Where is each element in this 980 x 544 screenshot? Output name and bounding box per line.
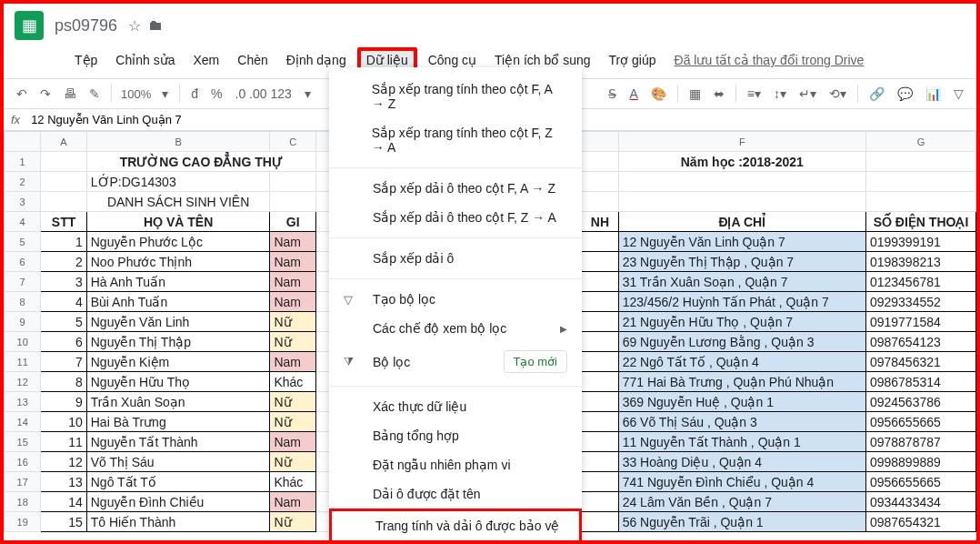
cell-stt[interactable]: 14 — [41, 492, 86, 512]
cell-stt[interactable]: 3 — [41, 272, 86, 292]
cell-phone[interactable]: 0986785314 — [865, 372, 975, 392]
cell-addr[interactable]: 22 Ngô Tất Tố , Quận 4 — [618, 352, 865, 372]
cell-phone[interactable]: 0919771584 — [865, 312, 975, 332]
menu-protect-sheets[interactable]: Trang tính và dải ô được bảo vệ — [329, 509, 582, 543]
cell-nh[interactable] — [582, 452, 618, 472]
menu-sort-range-az[interactable]: Sắp xếp dải ô theo cột F, A → Z — [329, 174, 582, 203]
merge-icon[interactable]: ⬌ — [708, 83, 730, 105]
cell-name[interactable]: Nguyễn Đình Chiều — [86, 492, 270, 512]
text-color-icon[interactable]: A — [624, 83, 643, 105]
header-name[interactable]: HỌ VÀ TÊN — [86, 212, 270, 232]
cell-gender[interactable]: Nữ — [270, 512, 315, 532]
star-icon[interactable]: ☆ — [128, 17, 141, 35]
currency-icon[interactable]: đ — [185, 83, 204, 105]
list-title[interactable]: DANH SÁCH SINH VIÊN — [86, 192, 270, 212]
cell-name[interactable]: Noo Phước Thịnh — [86, 252, 270, 272]
menu-filter-views[interactable]: Các chế độ xem bộ lọc▶ — [329, 314, 582, 343]
col-header[interactable]: G — [865, 132, 975, 152]
chevron-down-icon[interactable]: ▾ — [299, 83, 316, 105]
cell-nh[interactable] — [582, 352, 618, 372]
cell-gender[interactable]: Nữ — [270, 312, 315, 332]
cell-stt[interactable]: 11 — [41, 432, 86, 452]
menu-randomize-range[interactable]: Đặt ngẫu nhiên phạm vi — [329, 450, 582, 479]
cell-addr[interactable]: 369 Nguyễn Huệ , Quận 1 — [618, 392, 865, 412]
cell-nh[interactable] — [582, 332, 618, 352]
number-format[interactable]: .0 .00 123 — [230, 83, 297, 105]
menu-sort-range-za[interactable]: Sắp xếp dải ô theo cột F, Z → A — [329, 203, 582, 232]
cell-nh[interactable] — [582, 252, 618, 272]
cell-gender[interactable]: Nam — [270, 352, 315, 372]
cell-nh[interactable] — [582, 272, 618, 292]
cell-name[interactable]: Ngô Tất Tố — [86, 472, 270, 492]
menu-insert[interactable]: Chèn — [230, 49, 275, 71]
menu-pivot-table[interactable]: Bảng tổng hợp — [329, 421, 582, 450]
cell-phone[interactable]: 0998899889 — [865, 452, 975, 472]
menu-data-validation[interactable]: Xác thực dữ liệu — [329, 392, 582, 421]
save-status[interactable]: Đã lưu tất cả thay đổi trong Drive — [675, 53, 865, 67]
paint-format-icon[interactable]: ✎ — [84, 83, 105, 105]
cell-addr[interactable]: 66 Võ Thị Sáu , Quận 3 — [618, 412, 865, 432]
cell-name[interactable]: Tô Hiến Thành — [86, 512, 270, 532]
col-header[interactable]: F — [618, 132, 865, 152]
print-icon[interactable]: 🖶 — [58, 83, 82, 105]
cell-addr[interactable]: 771 Hai Bà Trưng , Quận Phú Nhuận — [618, 372, 865, 392]
menu-sort-range[interactable]: Sắp xếp dải ô — [329, 244, 582, 273]
folder-icon[interactable]: 🖿 — [148, 17, 163, 34]
borders-icon[interactable]: ▦ — [684, 83, 706, 105]
cell-addr[interactable]: 741 Nguyễn Đình Chiểu , Quận 4 — [618, 472, 865, 492]
cell-gender[interactable]: Nam — [270, 292, 315, 312]
cell-gender[interactable]: Nam — [270, 492, 315, 512]
cell-name[interactable]: Trần Xuân Soạn — [86, 392, 270, 412]
cell-name[interactable]: Nguyễn Thị Thập — [86, 332, 270, 352]
cell-stt[interactable]: 9 — [41, 392, 86, 412]
cell-name[interactable]: Võ Thị Sáu — [86, 452, 270, 472]
cell-addr[interactable]: 123/456/2 Huỳnh Tấn Phát , Quận 7 — [618, 292, 865, 312]
percent-icon[interactable]: % — [205, 83, 227, 105]
cell-addr[interactable]: 69 Nguyễn Lương Bằng , Quận 3 — [618, 332, 865, 352]
cell-gender[interactable]: Nữ — [270, 452, 315, 472]
cell-addr[interactable]: 31 Trần Xuân Soạn , Quận 7 — [618, 272, 865, 292]
header-nh[interactable]: NH — [582, 212, 618, 232]
cell-name[interactable]: Nguyễn Tất Thành — [86, 432, 270, 452]
cell-gender[interactable]: Khác — [270, 372, 315, 392]
cell-phone[interactable]: 0199399191 — [865, 232, 975, 252]
cell-addr[interactable]: 21 Nguyễn Hữu Thọ , Quận 7 — [618, 312, 865, 332]
filter-icon[interactable]: ▽ — [948, 83, 969, 105]
chevron-down-icon[interactable]: ▾ — [156, 83, 174, 105]
cell-nh[interactable] — [582, 292, 618, 312]
cell-stt[interactable]: 8 — [41, 372, 86, 392]
cell-nh[interactable] — [582, 492, 618, 512]
cell-phone[interactable]: 0987654321 — [865, 512, 975, 532]
cell-nh[interactable] — [582, 512, 618, 532]
cell-addr[interactable]: 11 Nguyễn Tất Thành , Quận 1 — [618, 432, 865, 452]
cell-gender[interactable]: Khác — [270, 472, 315, 492]
header-phone[interactable]: SỐ ĐIỆN THOẠI — [865, 212, 975, 232]
cell-phone[interactable]: 0929334552 — [865, 292, 975, 312]
cell-gender[interactable]: Nữ — [270, 412, 315, 432]
cell-name[interactable]: Nguyễn Văn Linh — [86, 312, 270, 332]
cell-stt[interactable]: 7 — [41, 352, 86, 372]
new-button[interactable]: Tạo mới — [504, 350, 568, 373]
redo-icon[interactable]: ↷ — [35, 83, 56, 105]
cell-addr[interactable]: 33 Hoàng Diệu , Quận 4 — [618, 452, 865, 472]
cell-gender[interactable]: Nữ — [270, 392, 315, 412]
zoom-selector[interactable]: 100% — [117, 87, 155, 101]
cell-addr[interactable]: 24 Lâm Văn Bền , Quận 7 — [618, 492, 865, 512]
document-title[interactable]: ps09796 — [55, 16, 117, 35]
menu-help[interactable]: Trợ giúp — [602, 49, 664, 71]
menu-slicer[interactable]: ⧩Bộ lọcTạo mới — [329, 343, 582, 380]
cell-stt[interactable]: 2 — [41, 252, 86, 272]
year-label[interactable]: Năm học :2018-2021 — [618, 152, 865, 172]
cell-addr[interactable]: 56 Nguyễn Trãi , Quận 1 — [618, 512, 865, 532]
menu-named-ranges[interactable]: Dải ô được đặt tên — [329, 479, 582, 509]
cell-name[interactable]: Nguyễn Kiệm — [86, 352, 270, 372]
col-header[interactable] — [582, 132, 618, 152]
cell-nh[interactable] — [582, 232, 618, 252]
col-header[interactable]: B — [86, 132, 270, 152]
header-gender[interactable]: GI — [270, 212, 315, 232]
cell-name[interactable]: Hai Bà Trưng — [86, 412, 270, 432]
valign-icon[interactable]: ↕▾ — [768, 83, 792, 105]
header-stt[interactable]: STT — [41, 212, 86, 232]
cell-phone[interactable]: 0978878787 — [865, 432, 975, 452]
cell-gender[interactable]: Nữ — [270, 332, 315, 352]
